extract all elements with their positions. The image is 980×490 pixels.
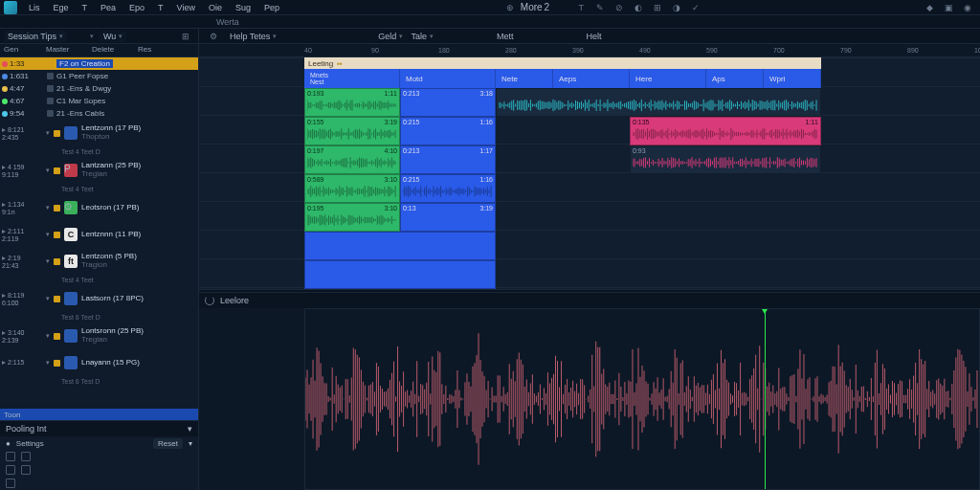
reset-button[interactable]: Reset [153, 438, 183, 449]
track-lane[interactable]: 0:1931:110:2133:18 [304, 88, 980, 117]
track-item[interactable]: 2:1112:119▾CLentznnn (11 PB) [0, 221, 198, 248]
audio-clip[interactable]: 0:2133:18 [400, 88, 496, 117]
filter-icon[interactable]: ⊞ [179, 30, 192, 43]
menu-item-7[interactable]: Oie [203, 2, 228, 13]
right-icon-3[interactable]: ◉ [961, 1, 974, 14]
audio-clip[interactable]: 0:93 [630, 145, 821, 174]
audio-clip[interactable]: 0:1351:11 [630, 117, 821, 145]
menu-item-9[interactable]: Pep [258, 2, 285, 13]
menu-item-6[interactable]: View [171, 2, 201, 13]
wu-dropdown[interactable]: Wu▾ [100, 31, 126, 42]
track-item[interactable]: 4 1599:119▾PLantzann (25 PB)Tregian [0, 157, 198, 184]
sidebar: Session Tips▾ ▾ Wu▾ ⊞ Gen Master Delete … [0, 29, 199, 490]
more-icon[interactable]: ⊕ [503, 1, 517, 14]
session-bar: Session Tips▾ ▾ Wu▾ ⊞ [0, 29, 198, 44]
right-icon-2[interactable]: ▣ [942, 1, 955, 14]
options-bar: ⚙ Help Tetes▾ Geld▾ Tale▾ Mett Helt [199, 29, 980, 44]
nav-dropdown-icon[interactable]: ▾ [90, 33, 94, 40]
track-lane[interactable]: 0:1974:100:2131:170:93 [304, 145, 980, 174]
arrange-header: MnetsNest Motd Nete Aeps Here Aps Wpri [304, 69, 821, 88]
layout-icon-2[interactable] [21, 452, 31, 461]
layout-icon-3[interactable] [6, 465, 15, 475]
col-res[interactable]: Res [134, 44, 155, 56]
playhead[interactable] [765, 309, 766, 489]
track-lane[interactable]: 0:5893:100:2151:16 [304, 174, 980, 203]
waveform-editor[interactable] [304, 308, 980, 490]
track-item[interactable]: 1:1349:1n▾⊙Leotsron (17 PB) [0, 194, 198, 221]
timeline-ruler[interactable]: 40901802803904905907007908901000 [199, 44, 980, 57]
app-icon [4, 1, 17, 14]
marker-row[interactable]: 9:5421 -Ens Cabls [0, 107, 198, 120]
marker-row[interactable]: 1:631G1 Peer Fopse [0, 70, 198, 82]
audio-clip[interactable]: 0:1974:10 [304, 145, 400, 174]
ruler-mark: 40 [304, 47, 312, 54]
track-item[interactable]: 2:1921:43▾ftLentzonn (5 PB)Tragion [0, 248, 198, 275]
audio-clip[interactable] [496, 88, 821, 117]
col-master[interactable]: Master [42, 44, 88, 56]
opt-helt[interactable]: Helt [586, 32, 601, 41]
ruler-mark: 90 [371, 47, 379, 54]
audio-clip[interactable]: 0:2151:16 [400, 174, 496, 203]
gear-icon[interactable]: ⚙ [207, 30, 220, 43]
ruler-mark: 590 [706, 47, 718, 54]
tool-icon-6[interactable]: ◑ [670, 1, 683, 14]
menu-item-2[interactable]: T [77, 2, 94, 13]
region-title[interactable]: Leeting ▪▪ [304, 57, 821, 69]
menu-item-8[interactable]: Sug [230, 2, 256, 13]
audio-clip[interactable]: 0:1953:10 [304, 203, 400, 232]
opt-mett[interactable]: Mett [497, 32, 514, 41]
refresh-icon[interactable] [205, 296, 214, 305]
col-delete[interactable]: Delete [88, 44, 134, 56]
main-menubar: Lis Ege T Pea Epo T View Oie Sug Pep ⊕ M… [0, 0, 980, 15]
tool-icon-5[interactable]: ⊞ [651, 1, 664, 14]
opt-geld[interactable]: Geld▾ [378, 32, 403, 41]
menu-item-3[interactable]: Pea [95, 2, 122, 13]
help-dropdown[interactable]: Help Tetes▾ [230, 32, 277, 41]
menu-item-4[interactable]: Epo [123, 2, 150, 13]
menu-item-0[interactable]: Lis [23, 2, 46, 13]
track-lane[interactable]: 0:1553:190:2151:160:1351:11 [304, 117, 980, 145]
pooling-header[interactable]: Pooling Int▾ [0, 421, 198, 436]
session-dropdown[interactable]: Session Tips▾ [4, 31, 67, 42]
sidebar-bottom: Pooling Int▾ ● Settings Reset ▾ [0, 420, 198, 490]
arrange-view[interactable]: Leeting ▪▪ MnetsNest Motd Nete Aeps Here… [199, 57, 980, 289]
track-item[interactable]: 3:1402:139▾Lontsronn (25 PB)Tregian [0, 323, 198, 349]
track-item[interactable]: 8:1212:435▾Lentzonn (17 PB)Thopton [0, 120, 198, 146]
track-lane[interactable]: 0:1953:100:133:19 [304, 203, 980, 232]
more-count: 2 [545, 2, 550, 12]
ruler-mark: 1000 [974, 47, 980, 54]
tool-icon-2[interactable]: ✎ [593, 1, 607, 14]
track-item[interactable]: 2:115▾Lnayann (15 PG) [0, 349, 198, 376]
track-lane[interactable] [304, 260, 980, 289]
audio-clip[interactable]: 0:2151:16 [400, 117, 496, 145]
tool-icon-3[interactable]: ⊘ [612, 1, 626, 14]
ruler-mark: 890 [907, 47, 919, 54]
tool-icon-7[interactable]: ✓ [689, 1, 702, 14]
menu-item-5[interactable]: T [152, 2, 169, 13]
layout-icon-5[interactable] [6, 479, 15, 488]
audio-clip[interactable]: 0:1553:19 [304, 117, 400, 145]
right-icon-1[interactable]: ◆ [923, 1, 936, 14]
tool-icon-1[interactable]: T [574, 1, 588, 14]
editor-title: Leelore [220, 296, 249, 305]
audio-clip[interactable]: 0:2131:17 [400, 145, 496, 174]
audio-clip[interactable]: 0:133:19 [400, 203, 496, 232]
layout-icon-4[interactable] [21, 465, 31, 475]
marker-row[interactable]: 4:4721 -Ens & Dwgy [0, 82, 198, 95]
menu-item-1[interactable]: Ege [48, 2, 75, 13]
audio-clip[interactable] [304, 260, 496, 289]
audio-clip[interactable]: 0:5893:10 [304, 174, 400, 203]
ruler-mark: 280 [505, 47, 517, 54]
col-gen[interactable]: Gen [0, 44, 42, 56]
tool-icon-4[interactable]: ◐ [632, 1, 645, 14]
marker-row[interactable]: 1:33F2 on Creation [0, 57, 198, 70]
layout-icon-1[interactable] [6, 452, 15, 461]
track-item[interactable]: 8:1196:100▾Lastsorn (17 8PC) [0, 285, 198, 312]
opt-tale[interactable]: Tale▾ [411, 32, 434, 41]
marker-row[interactable]: 4:67C1 Mar Sopes [0, 95, 198, 107]
track-lane[interactable] [304, 232, 980, 260]
audio-clip[interactable]: 0:1931:11 [304, 88, 400, 117]
toon-row[interactable]: Toon [0, 409, 198, 420]
audio-clip[interactable] [304, 232, 496, 260]
tab-0[interactable]: Werta [211, 17, 245, 27]
